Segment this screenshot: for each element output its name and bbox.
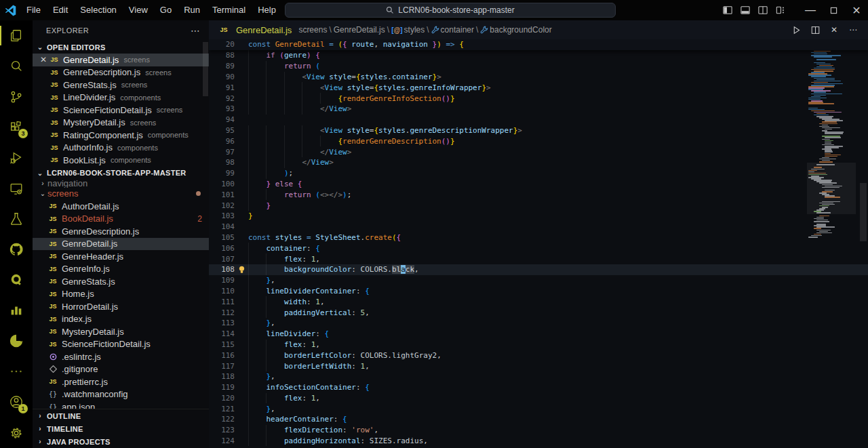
tree-folder-screens[interactable]: ⌄screens xyxy=(33,188,209,201)
breadcrumb-item[interactable]: screens xyxy=(298,25,327,35)
code-line-88[interactable]: 88if (genre) { xyxy=(209,50,868,61)
minimap-viewport[interactable] xyxy=(807,163,856,214)
menu-edit[interactable]: Edit xyxy=(47,0,74,20)
code-line-89[interactable]: 89return ( xyxy=(209,61,868,72)
code-line-111[interactable]: 111width: 1, xyxy=(209,296,868,307)
q-icon[interactable] xyxy=(0,265,33,296)
tree-folder-navigation[interactable]: ›navigation xyxy=(33,180,209,188)
section-outline[interactable]: ›OUTLINE xyxy=(33,409,209,422)
code-line-91[interactable]: 91<View style={styles.genreInfoWrapper}> xyxy=(209,82,868,93)
tree-file-genrestatsjs[interactable]: JSGenreStats.js xyxy=(33,275,209,288)
toggle-sidebar-icon[interactable] xyxy=(719,0,736,20)
github-icon[interactable] xyxy=(0,235,33,265)
code-line-121[interactable]: 121}, xyxy=(209,403,868,414)
customize-layout-icon[interactable] xyxy=(772,0,789,20)
close-window-button[interactable]: ✕ xyxy=(845,0,868,20)
menu-run[interactable]: Run xyxy=(178,0,206,20)
tree-file-prettierrcjs[interactable]: JS.prettierrc.js xyxy=(33,375,209,388)
section-java-projects[interactable]: ›JAVA PROJECTS xyxy=(33,435,209,448)
tree-file-genreinfojs[interactable]: JSGenreInfo.js xyxy=(33,263,209,276)
files-icon[interactable] xyxy=(0,20,33,51)
run-file-icon[interactable] xyxy=(788,22,804,38)
toggle-panel-icon[interactable] xyxy=(736,0,754,20)
code-line-95[interactable]: 95<View style={styles.genreDescriptionWr… xyxy=(209,125,868,136)
coverage-icon[interactable] xyxy=(0,326,33,357)
workspace-root-header[interactable]: ⌄ LCRN06-BOOK-STORE-APP-MASTER xyxy=(33,167,209,180)
code-line-108[interactable]: 108backgroundColor: COLORS.black, xyxy=(209,264,868,275)
code-line-105[interactable]: 105const styles = StyleSheet.create({ xyxy=(209,232,868,243)
tree-file-appjson[interactable]: {}app.json xyxy=(33,401,209,409)
editor-more-actions-icon[interactable]: ⋯ xyxy=(845,22,861,38)
code-line-119[interactable]: 119infoSectionContainer: { xyxy=(209,382,868,393)
code-line-101[interactable]: 101return (<></>); xyxy=(209,189,868,200)
menu-terminal[interactable]: Terminal xyxy=(206,0,252,20)
tree-file-gitignore[interactable]: .gitignore xyxy=(33,363,209,376)
editor-scrollbar[interactable] xyxy=(860,183,867,241)
code-line-104[interactable]: 104 xyxy=(209,222,868,232)
tree-file-authordetailjs[interactable]: JSAuthorDetail.js xyxy=(33,200,209,213)
close-editor-icon[interactable]: ✕ xyxy=(826,22,842,38)
code-line-122[interactable]: 122headerContainer: { xyxy=(209,414,868,425)
open-editor-row[interactable]: JSMysteryDetail.jsscreens xyxy=(33,117,209,129)
code-line-94[interactable]: 94 xyxy=(209,115,868,125)
code-line-96[interactable]: 96{renderGenreDescription()} xyxy=(209,136,868,146)
tree-file-watchmanconfig[interactable]: {}.watchmanconfig xyxy=(33,388,209,401)
menu-go[interactable]: Go xyxy=(154,0,178,20)
code-line-102[interactable]: 102} xyxy=(209,200,868,211)
menu-view[interactable]: View xyxy=(123,0,154,20)
tree-file-horrordetailjs[interactable]: JSHorrorDetail.js xyxy=(33,300,209,313)
run-debug-icon[interactable] xyxy=(0,142,33,173)
code-line-116[interactable]: 116borderLeftColor: COLORS.lightGray2, xyxy=(209,350,868,361)
code-line-107[interactable]: 107flex: 1, xyxy=(209,253,868,264)
explorer-more-actions-icon[interactable]: ⋯ xyxy=(191,25,201,36)
code-line-115[interactable]: 115flex: 1, xyxy=(209,340,868,350)
open-editor-row[interactable]: JSAuthorInfo.jscomponents xyxy=(33,142,209,155)
tree-file-mysterydetailjs[interactable]: JSMysteryDetail.js xyxy=(33,325,209,338)
tree-file-eslintrcjs[interactable]: .eslintrc.js xyxy=(33,350,209,363)
code-line-93[interactable]: 93</View> xyxy=(209,104,868,115)
settings-gear-icon[interactable] xyxy=(0,418,33,448)
tree-file-homejs[interactable]: JSHome.js xyxy=(33,288,209,301)
code-line-92[interactable]: 92{renderGenreInfoSection()} xyxy=(209,93,868,104)
tree-file-genredescriptionjs[interactable]: JSGenreDescription.js xyxy=(33,225,209,238)
minimize-button[interactable]: — xyxy=(799,0,822,20)
code-line-123[interactable]: 123flexDirection: 'row', xyxy=(209,425,868,436)
test-beaker-icon[interactable] xyxy=(0,203,33,234)
tree-file-sciencefictiondetailjs[interactable]: JSScienceFictionDetail.js xyxy=(33,338,209,351)
code-line-110[interactable]: 110lineDividerContainer: { xyxy=(209,286,868,297)
editor-tab[interactable]: JS GenreDetail.js xyxy=(209,20,298,39)
extensions-icon[interactable]: 3 xyxy=(0,112,33,142)
code-line-99[interactable]: 99); xyxy=(209,168,868,179)
more-icon[interactable] xyxy=(0,357,33,387)
breadcrumb-item[interactable]: GenreDetail.js xyxy=(334,25,385,35)
open-editor-row[interactable]: JSGenreStats.jsscreens xyxy=(33,79,209,91)
toggle-secondary-sidebar-icon[interactable] xyxy=(754,0,772,20)
code-line-98[interactable]: 98</View> xyxy=(209,157,868,168)
code-line-124[interactable]: 124paddingHorizontal: SIZES.radius, xyxy=(209,436,868,447)
code-line-112[interactable]: 112paddingVertical: 5, xyxy=(209,307,868,318)
open-editor-row[interactable]: JSLineDivider.jscomponents xyxy=(33,91,209,104)
chart-icon[interactable] xyxy=(0,296,33,326)
menu-help[interactable]: Help xyxy=(252,0,282,20)
code-line-109[interactable]: 109}, xyxy=(209,275,868,286)
code-line-90[interactable]: 90<View style={styles.container}> xyxy=(209,72,868,83)
code-line-118[interactable]: 118}, xyxy=(209,371,868,382)
code-line-20[interactable]: 20const GenreDetail = ({ route, navigati… xyxy=(209,39,868,50)
section-timeline[interactable]: ›TIMELINE xyxy=(33,422,209,435)
minimap[interactable] xyxy=(807,39,856,448)
search-icon[interactable] xyxy=(0,51,33,81)
breadcrumb-item[interactable]: [@]styles xyxy=(391,25,425,35)
code-editor[interactable]: 20const GenreDetail = ({ route, navigati… xyxy=(209,39,868,448)
tree-file-genredetailjs[interactable]: JSGenreDetail.js xyxy=(33,238,209,251)
open-editor-row[interactable]: JSGenreDescription.jsscreens xyxy=(33,66,209,79)
tree-file-indexjs[interactable]: JSindex.js xyxy=(33,313,209,326)
breadcrumb-item[interactable]: backgroundColor xyxy=(480,25,551,35)
command-center-search[interactable]: LCRN06-book-store-app-master xyxy=(285,3,616,18)
account-icon[interactable]: 1 xyxy=(0,387,33,418)
code-line-100[interactable]: 100} else { xyxy=(209,179,868,190)
remote-explorer-icon[interactable] xyxy=(0,173,33,203)
split-editor-icon[interactable] xyxy=(807,22,823,38)
code-line-114[interactable]: 114lineDivider: { xyxy=(209,329,868,340)
menu-file[interactable]: File xyxy=(20,0,47,20)
tree-file-bookdetailjs[interactable]: JSBookDetail.js2 xyxy=(33,213,209,226)
